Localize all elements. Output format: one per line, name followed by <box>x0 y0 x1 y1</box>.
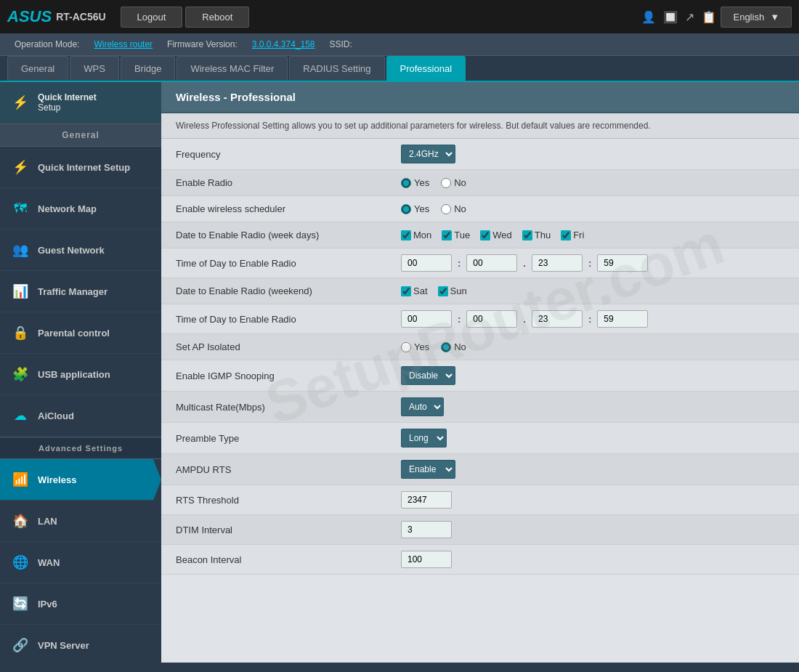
radio-label-No-7[interactable]: No <box>441 341 466 352</box>
time-to-m-6[interactable] <box>597 310 648 328</box>
header-icons: 👤 🔲 ↗ 📋 <box>641 10 716 24</box>
select-11[interactable]: EnableDisable <box>401 460 455 479</box>
radio-label-No-1[interactable]: No <box>441 177 466 188</box>
radio-label-Yes-2[interactable]: Yes <box>401 203 429 214</box>
tab-radius-setting[interactable]: RADIUS Setting <box>289 56 384 81</box>
language-button[interactable]: English ▼ <box>721 7 792 28</box>
sidebar-item-quick-internet-setup[interactable]: ⚡ Quick Internet Setup <box>0 82 161 124</box>
ssid-label: SSID: <box>330 39 352 49</box>
checkbox-label-Sun[interactable]: Sun <box>438 286 467 296</box>
radio-no-1[interactable] <box>441 178 451 188</box>
text-input-14[interactable] <box>401 551 452 568</box>
sidebar-item-parental-control[interactable]: 🔒 Parental control <box>0 312 161 354</box>
time-separator-2-4: . <box>523 258 526 269</box>
radio-label-No-2[interactable]: No <box>441 203 466 214</box>
field-label-4: Time of Day to Enable Radio <box>161 251 394 276</box>
parental-control-icon: 🔒 <box>10 323 31 343</box>
main-inner: Wireless - Professional Wireless Profess… <box>161 82 799 663</box>
radio-yes-1[interactable] <box>401 178 411 188</box>
checkbox-label-Thu[interactable]: Thu <box>522 230 551 240</box>
quick-internet-setup-icon: ⚡ <box>10 92 31 113</box>
field-value-12 <box>394 485 799 514</box>
checkbox-wed[interactable] <box>480 230 490 240</box>
logo-brand: ASUS <box>7 7 52 26</box>
sidebar-label-traffic-manager: Traffic Manager <box>38 286 108 297</box>
sidebar-item-label: Quick Internet <box>38 92 97 102</box>
wan-icon: 🌐 <box>10 552 31 572</box>
time-from-h-4[interactable] <box>401 254 452 272</box>
sidebar-item-ipv6[interactable]: 🔄 IPv6 <box>0 583 161 625</box>
field-label-1: Enable Radio <box>161 170 394 195</box>
sidebar-item-quick-internet-setup[interactable]: ⚡ Quick Internet Setup <box>0 147 161 188</box>
field-value-3: MonTueWedThuFri <box>394 224 799 246</box>
operation-mode-value[interactable]: Wireless router <box>94 39 153 49</box>
time-from-m-6[interactable] <box>466 310 517 328</box>
select-8[interactable]: DisableEnable <box>401 366 455 385</box>
time-to-m-4[interactable] <box>597 254 648 272</box>
firmware-label: Firmware Version: <box>167 39 238 49</box>
sidebar-item-aicloud[interactable]: ☁ AiCloud <box>0 395 161 437</box>
checkbox-thu[interactable] <box>522 230 532 240</box>
tab-general[interactable]: General <box>7 56 68 81</box>
firmware-value[interactable]: 3.0.0.4.374_158 <box>252 39 315 49</box>
sidebar-item-lan[interactable]: 🏠 LAN <box>0 501 161 542</box>
sidebar-item-usb-application[interactable]: 🧩 USB application <box>0 354 161 395</box>
sidebar-item-network-map[interactable]: 🗺 Network Map <box>0 188 161 230</box>
radio-label-Yes-1[interactable]: Yes <box>401 177 429 188</box>
wireless-icon: 📶 <box>10 469 31 490</box>
radio-yes-7[interactable] <box>401 342 411 352</box>
field-value-8: DisableEnable <box>394 360 799 391</box>
text-input-12[interactable] <box>401 491 452 509</box>
form-row-3: Date to Enable Radio (week days)MonTueWe… <box>161 222 799 248</box>
logo: ASUS RT-AC56U <box>7 7 106 26</box>
form-row-14: Beacon Interval <box>161 545 799 575</box>
tabs-bar: GeneralWPSBridgeWireless MAC FilterRADIU… <box>0 56 799 82</box>
page-description: Wireless Professional Setting allows you… <box>161 113 799 139</box>
checkbox-label-Sat[interactable]: Sat <box>401 286 428 296</box>
sidebar-label-parental-control: Parental control <box>38 328 110 339</box>
checkbox-tue[interactable] <box>442 230 452 240</box>
select-9[interactable]: Auto125.511 <box>401 397 444 416</box>
field-label-11: AMPDU RTS <box>161 457 394 482</box>
field-value-14 <box>394 545 799 574</box>
logout-button[interactable]: Logout <box>121 7 183 28</box>
tab-bridge[interactable]: Bridge <box>121 56 176 81</box>
sidebar-label-quick-internet-setup: Quick Internet Setup <box>38 162 130 173</box>
info-bar: Operation Mode: Wireless router Firmware… <box>0 33 799 56</box>
sidebar-item-wan[interactable]: 🌐 WAN <box>0 542 161 583</box>
radio-no-7[interactable] <box>441 342 451 352</box>
sidebar-item-guest-network[interactable]: 👥 Guest Network <box>0 230 161 271</box>
field-value-7: Yes No <box>394 336 799 358</box>
lan-icon: 🏠 <box>10 511 31 531</box>
radio-label-Yes-7[interactable]: Yes <box>401 341 429 352</box>
quick-internet-setup-icon: ⚡ <box>10 157 31 177</box>
sidebar-item-traffic-manager[interactable]: 📊 Traffic Manager <box>0 271 161 312</box>
text-input-13[interactable] <box>401 521 452 538</box>
header: ASUS RT-AC56U Logout Reboot 👤 🔲 ↗ 📋 Engl… <box>0 0 799 33</box>
traffic-manager-icon: 📊 <box>10 281 31 301</box>
time-to-h-6[interactable] <box>532 310 583 328</box>
checkbox-label-Fri[interactable]: Fri <box>561 230 584 240</box>
time-to-h-4[interactable] <box>532 254 583 272</box>
checkbox-mon[interactable] <box>401 230 411 240</box>
time-from-m-4[interactable] <box>466 254 517 272</box>
tab-wireless-mac-filter[interactable]: Wireless MAC Filter <box>177 56 288 81</box>
select-0[interactable]: 2.4GHz5GHz <box>401 145 455 163</box>
checkbox-sun[interactable] <box>438 286 448 296</box>
time-from-h-6[interactable] <box>401 310 452 328</box>
select-10[interactable]: LongShort <box>401 429 447 448</box>
checkbox-label-Tue[interactable]: Tue <box>442 230 470 240</box>
sidebar-item-vpn-server[interactable]: 🔗 VPN Server <box>0 625 161 663</box>
time-separator-3-6: : <box>588 314 591 325</box>
radio-no-2[interactable] <box>441 204 451 214</box>
checkbox-label-Mon[interactable]: Mon <box>401 230 431 240</box>
tab-professional[interactable]: Professional <box>386 56 466 81</box>
reboot-button[interactable]: Reboot <box>185 7 249 28</box>
sidebar-item-wireless[interactable]: 📶 Wireless <box>0 459 161 501</box>
page-title: Wireless - Professional <box>161 82 799 113</box>
tab-wps[interactable]: WPS <box>70 56 119 81</box>
checkbox-label-Wed[interactable]: Wed <box>480 230 512 240</box>
radio-yes-2[interactable] <box>401 204 411 214</box>
checkbox-sat[interactable] <box>401 286 411 296</box>
checkbox-fri[interactable] <box>561 230 571 240</box>
